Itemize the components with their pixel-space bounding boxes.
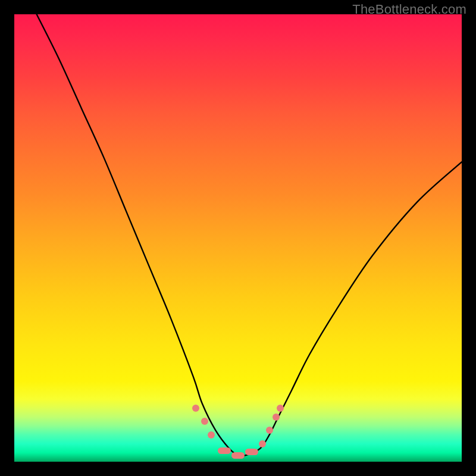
data-marker [277,405,284,412]
data-marker [208,431,215,439]
data-marker [259,440,266,447]
chart-frame: TheBottleneck.com [0,0,476,476]
data-marker [218,447,231,454]
data-marker [245,449,258,455]
data-marker [192,405,199,412]
watermark-text: TheBottleneck.com [352,2,466,17]
data-markers [14,14,462,462]
plot-area [14,14,462,462]
data-marker [231,452,245,459]
data-marker [266,427,273,434]
data-marker [201,418,208,425]
data-marker [273,414,280,421]
